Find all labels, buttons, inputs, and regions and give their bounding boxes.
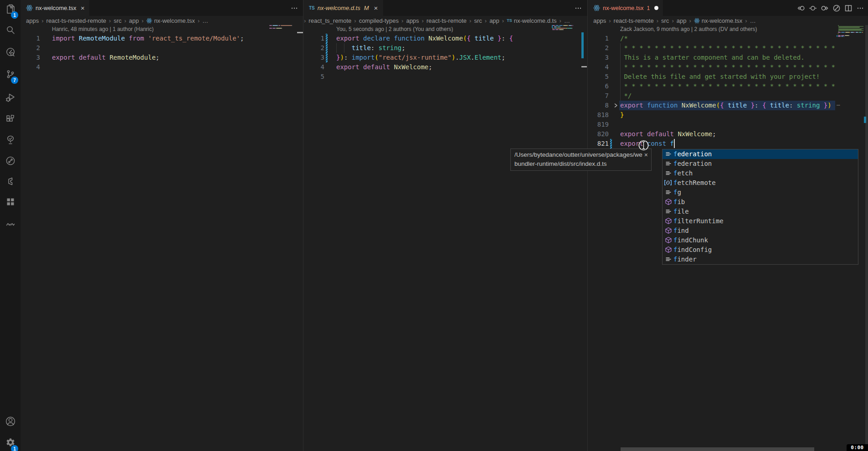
breadcrumb-item[interactable]: src [474, 17, 482, 24]
activitybar-search-icon[interactable] [0, 20, 21, 41]
suggest-label: fib [673, 197, 685, 207]
codelens-blame[interactable]: Hanric, 48 minutes ago | 1 author (Hanri… [52, 25, 154, 34]
editor-group-1: nx-welcome.tsx×apps›react-ts-nested-remo… [21, 0, 303, 451]
breadcrumb-item[interactable]: nx-welcome.tsx [694, 17, 743, 24]
suggest-item-find[interactable]: find [663, 226, 858, 236]
activitybar-test-tree-icon[interactable] [0, 129, 21, 150]
sg-text-icon [664, 169, 672, 177]
code-line-818[interactable]: } [620, 110, 624, 120]
tab-dirty-dot[interactable] [654, 6, 658, 10]
breadcrumb-item[interactable]: app [489, 17, 499, 24]
tab-label: nx-welcome.tsx [36, 5, 77, 11]
suggest-item-filterRuntime[interactable]: filterRuntime [663, 216, 858, 226]
line-number: 4 [21, 62, 40, 72]
breadcrumb-item[interactable]: app [677, 17, 687, 24]
sg-module-icon [664, 227, 672, 235]
more-icon[interactable] [288, 2, 300, 14]
code-line-3[interactable]: export default RemoteModule; [52, 53, 159, 62]
typescript-file-icon: TS [309, 5, 315, 10]
code-line-2[interactable]: title: string; [336, 43, 406, 53]
breadcrumb-item[interactable]: apps [406, 17, 419, 24]
breadcrumb-item[interactable]: react-ts-remote [614, 17, 654, 24]
close-icon[interactable]: × [373, 5, 379, 11]
activitybar-explorer-icon[interactable]: 1 [0, 0, 21, 20]
split-editor-icon[interactable] [842, 2, 854, 14]
suggest-item-fib[interactable]: fib [663, 197, 858, 207]
fold-chevron-icon[interactable] [613, 101, 618, 110]
tab-nx-welcome.tsx[interactable]: nx-welcome.tsx1 [588, 0, 663, 16]
code-line-820[interactable]: export default NxWelcome; [620, 129, 716, 139]
code-line-3[interactable]: This is a starter component and can be d… [620, 53, 805, 62]
breadcrumb-item[interactable]: nx-welcome.tsx [146, 17, 195, 24]
breadcrumb-item[interactable]: compiled-types [359, 17, 399, 24]
breadcrumb-item[interactable]: … [564, 17, 570, 24]
activitybar-run-debug-icon[interactable] [0, 87, 21, 108]
line-number: 1 [588, 34, 609, 43]
suggest-item-finder[interactable]: finder [663, 255, 858, 264]
activitybar-grid-icon[interactable] [0, 191, 21, 212]
activitybar-settings-gear-icon[interactable]: 1 [0, 432, 21, 451]
code-line-4[interactable]: * * * * * * * * * * * * * * * * * * * * … [620, 62, 835, 72]
prev-change-icon[interactable] [795, 2, 807, 14]
activitybar-squiggle-icon[interactable] [0, 214, 21, 235]
next-change-icon[interactable] [819, 2, 831, 14]
breadcrumb-item[interactable]: react-ts-nested-remote [46, 17, 107, 24]
code-line-3[interactable]: }): import("react/jsx-runtime").JSX.Elem… [336, 53, 505, 62]
breadcrumb-item[interactable]: TSnx-welcome.d.ts [507, 17, 556, 24]
suggest-item-file[interactable]: file [663, 207, 858, 216]
breadcrumb: apps›react-ts-nested-remote›src›app›nx-w… [21, 16, 303, 25]
suggest-item-fg[interactable]: fg [663, 188, 858, 197]
activitybar-extensions-icon[interactable] [0, 109, 21, 130]
graph-circle-icon[interactable] [831, 2, 842, 14]
breadcrumb-label: apps [406, 17, 419, 24]
breadcrumb-item[interactable]: src [113, 17, 121, 24]
code-line-8[interactable]: export function NxWelcome({ title }: { t… [620, 101, 832, 110]
chevron-right-icon: › [106, 17, 113, 24]
horizontal-scrollbar[interactable] [621, 447, 814, 451]
breadcrumb-item[interactable]: react-ts-remote [426, 17, 467, 24]
suggest-item-federation[interactable]: federation [663, 149, 858, 159]
suggest-item-findConfig[interactable]: findConfig [663, 245, 858, 255]
codelens-blame[interactable]: You, 5 seconds ago | 2 authors (You and … [336, 25, 453, 34]
activitybar-source-control-icon[interactable]: 7 [0, 64, 21, 85]
activitybar-account-icon[interactable] [0, 411, 21, 432]
code-line-1[interactable]: export declare function NxWelcome({ titl… [336, 34, 513, 43]
breadcrumb-item[interactable]: apps [26, 17, 39, 24]
code-line-6[interactable]: * * * * * * * * * * * * * * * * * * * * … [620, 82, 835, 91]
breadcrumb-item[interactable]: src [661, 17, 669, 24]
suggest-item-fetchRemote[interactable]: fetchRemote [663, 178, 858, 188]
tab-nx-welcome.tsx[interactable]: nx-welcome.tsx× [21, 0, 89, 16]
line-number: 6 [588, 82, 609, 91]
chevron-right-icon: › [742, 17, 750, 24]
tab-nx-welcome.d.ts[interactable]: TSnx-welcome.d.tsM× [303, 0, 383, 16]
breadcrumb-item[interactable]: … [202, 17, 208, 24]
more-icon[interactable] [854, 2, 866, 14]
activitybar-git-graph-icon[interactable] [0, 150, 21, 171]
code-editor[interactable]: Hanric, 48 minutes ago | 1 author (Hanri… [21, 25, 303, 451]
activitybar-console-ninja-icon[interactable] [0, 171, 21, 192]
code-line-5[interactable]: Delete this file and get started with yo… [620, 72, 820, 82]
code-line-4[interactable]: export default NxWelcome; [336, 62, 432, 72]
suggest-item-federation[interactable]: federation [663, 159, 858, 169]
code-line-7[interactable]: */ [620, 91, 632, 101]
breadcrumb-label: src [113, 17, 121, 24]
breadcrumb-item[interactable]: … [750, 17, 756, 24]
breadcrumb-item[interactable]: react_ts_remote [308, 17, 351, 24]
code-editor[interactable]: You, 5 seconds ago | 2 authors (You and … [303, 25, 587, 451]
code-line-1[interactable]: /* [620, 34, 628, 43]
suggest-item-findChunk[interactable]: findChunk [663, 236, 858, 245]
autocomplete-dropdown: federationfederationfetchfetchRemotefgfi… [662, 149, 858, 265]
breadcrumb-label: nx-welcome.tsx [154, 17, 195, 24]
code-line-1[interactable]: import RemoteModule from 'react_ts_remot… [52, 34, 244, 43]
more-icon[interactable] [572, 2, 584, 14]
suggest-item-fetch[interactable]: fetch [663, 169, 858, 178]
codelens-blame[interactable]: Zack Jackson, 9 months ago | 2 authors (… [620, 25, 757, 34]
close-icon[interactable]: × [81, 5, 85, 11]
circle-dash-icon[interactable] [807, 2, 819, 14]
vertical-scrollbar[interactable] [865, 25, 868, 451]
activitybar-gitlens-inspect-icon[interactable] [0, 42, 21, 63]
fold-ellipsis[interactable]: ⋯ [837, 101, 840, 110]
breadcrumb-item[interactable]: apps [593, 17, 606, 24]
code-line-2[interactable]: * * * * * * * * * * * * * * * * * * * * … [620, 43, 835, 53]
breadcrumb-item[interactable]: app [129, 17, 139, 24]
